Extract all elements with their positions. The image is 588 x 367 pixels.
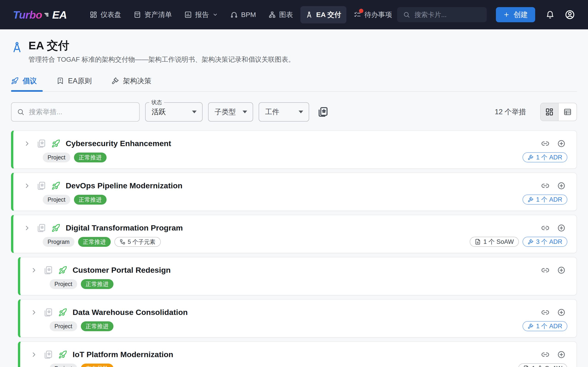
drafting-compass-icon: [305, 11, 313, 18]
grid-view-icon: [545, 108, 553, 116]
table-view-button[interactable]: [559, 103, 577, 121]
initiative-card[interactable]: DevOps Pipeline Modernization Project 正常…: [11, 173, 577, 211]
expand-button[interactable]: [23, 182, 31, 190]
link-icon: [541, 350, 549, 359]
adr-count-badge[interactable]: 3 个 ADR: [523, 237, 567, 247]
app-logo[interactable]: Turbo EA: [13, 8, 67, 21]
status-select-value: 活跃: [152, 107, 166, 117]
nav-items: 仪表盘 资产清单 报告 BPM 图表 EA 交付 待办事项: [85, 6, 397, 23]
type-pill: Project: [50, 279, 77, 289]
link-button[interactable]: [541, 308, 549, 317]
initiative-title: Customer Portal Redesign: [73, 266, 171, 275]
link-icon: [541, 266, 549, 274]
initiative-title: Data Warehouse Consolidation: [73, 308, 188, 317]
subtype-select[interactable]: 子类型: [208, 102, 253, 122]
add-button[interactable]: [557, 350, 565, 359]
create-button-label: 创建: [514, 10, 528, 19]
link-button[interactable]: [541, 350, 549, 359]
adr-count-label: 1 个 ADR: [536, 153, 562, 161]
soaw-count-badge[interactable]: 1 个 SoAW: [470, 237, 519, 247]
diagram-icon: [268, 11, 276, 18]
artifact-select[interactable]: 工件: [259, 102, 309, 122]
add-button[interactable]: [557, 140, 565, 148]
card-stack-star-icon: [317, 106, 329, 118]
plus-circle-icon: [557, 182, 565, 190]
document-icon: [523, 365, 529, 367]
type-pill: Project: [50, 321, 77, 331]
nav-item-todos[interactable]: 待办事项: [349, 6, 397, 23]
saved-cards-button[interactable]: [317, 106, 329, 118]
caret-down-icon: [299, 110, 303, 113]
expand-button[interactable]: [23, 224, 31, 232]
initiative-card[interactable]: Cybersecurity Enhancement Project 正常推进 1…: [11, 130, 577, 169]
create-button[interactable]: 创建: [496, 7, 535, 22]
adr-count-badge[interactable]: 1 个 ADR: [523, 152, 567, 162]
expand-button[interactable]: [30, 267, 38, 274]
tab-label: 倡议: [23, 76, 37, 86]
expand-button[interactable]: [30, 351, 38, 358]
link-icon: [541, 308, 549, 317]
soaw-count-badge[interactable]: 1 个 SoAW: [518, 363, 567, 367]
card-actions: [541, 308, 565, 317]
status-select[interactable]: 状态 活跃: [145, 102, 203, 122]
initiative-card[interactable]: Digital Transformation Program Program 正…: [11, 215, 577, 253]
plus-circle-icon: [557, 266, 565, 274]
initiative-search-input[interactable]: [28, 108, 134, 116]
main-content: EA 交付 管理符合 TOGAF 标准的架构交付物——架构工作说明书、架构决策记…: [0, 40, 588, 367]
nav-item-bpm[interactable]: BPM: [225, 7, 261, 23]
link-button[interactable]: [541, 140, 549, 148]
expand-button[interactable]: [23, 140, 31, 147]
plus-circle-icon: [557, 224, 565, 232]
nav-item-assets[interactable]: 资产清单: [129, 6, 177, 23]
link-button[interactable]: [541, 182, 549, 190]
rocket-icon: [52, 224, 60, 232]
card-actions: [541, 224, 565, 232]
adr-count-badge[interactable]: 1 个 ADR: [523, 321, 567, 331]
rocket-icon: [52, 139, 60, 148]
badge-row: Project 正常推进: [50, 279, 113, 289]
rocket-icon: [58, 266, 67, 275]
rocket-icon: [11, 77, 19, 85]
status-pill: 正常推进: [78, 237, 111, 247]
add-button[interactable]: [557, 266, 565, 274]
add-button[interactable]: [557, 224, 565, 232]
link-icon: [541, 224, 549, 232]
view-toggle: [540, 103, 577, 121]
table-view-icon: [563, 108, 572, 116]
link-icon: [541, 182, 549, 190]
card-badges: 1 个 SoAW: [518, 363, 567, 367]
tab-initiatives[interactable]: 倡议: [11, 71, 43, 91]
nav-item-reports[interactable]: 报告: [179, 6, 223, 23]
chevron-right-icon: [23, 224, 31, 232]
initiative-card-child[interactable]: Data Warehouse Consolidation Project 正常推…: [18, 299, 577, 338]
link-button[interactable]: [541, 266, 549, 274]
hierarchy-icon: [120, 239, 125, 245]
link-button[interactable]: [541, 224, 549, 232]
plus-circle-icon: [557, 308, 565, 317]
notifications-bell-button[interactable]: [546, 10, 554, 19]
tab-ea-principles[interactable]: EA原则: [57, 71, 98, 91]
nav-item-dashboard[interactable]: 仪表盘: [85, 6, 126, 23]
card-badges: 1 个 ADR: [523, 194, 567, 205]
initiative-card-child[interactable]: IoT Platform Modernization Project 存在风险 …: [18, 341, 577, 367]
expand-button[interactable]: [30, 309, 38, 316]
initiative-card-child[interactable]: Customer Portal Redesign Project 正常推进: [18, 257, 577, 295]
notification-dot: [359, 9, 363, 13]
nav-item-ea-delivery[interactable]: EA 交付: [300, 6, 346, 23]
gavel-icon: [527, 154, 534, 160]
link-icon: [541, 140, 549, 148]
user-avatar-button[interactable]: [565, 9, 575, 20]
adr-count-badge[interactable]: 1 个 ADR: [523, 194, 567, 205]
add-button[interactable]: [557, 182, 565, 190]
status-pill: 正常推进: [74, 152, 107, 162]
add-button[interactable]: [557, 308, 565, 317]
grid-view-button[interactable]: [541, 103, 559, 121]
filter-bar: 状态 活跃 子类型 工件 12 个举措: [11, 102, 577, 122]
nav-item-diagrams[interactable]: 图表: [263, 6, 298, 23]
tab-architecture-decisions[interactable]: 架构决策: [111, 71, 157, 91]
gavel-icon: [527, 323, 534, 329]
plus-circle-icon: [557, 350, 565, 359]
card-stack-star-icon: [36, 139, 46, 148]
chevron-right-icon: [30, 267, 38, 274]
global-search-input[interactable]: [414, 11, 481, 19]
